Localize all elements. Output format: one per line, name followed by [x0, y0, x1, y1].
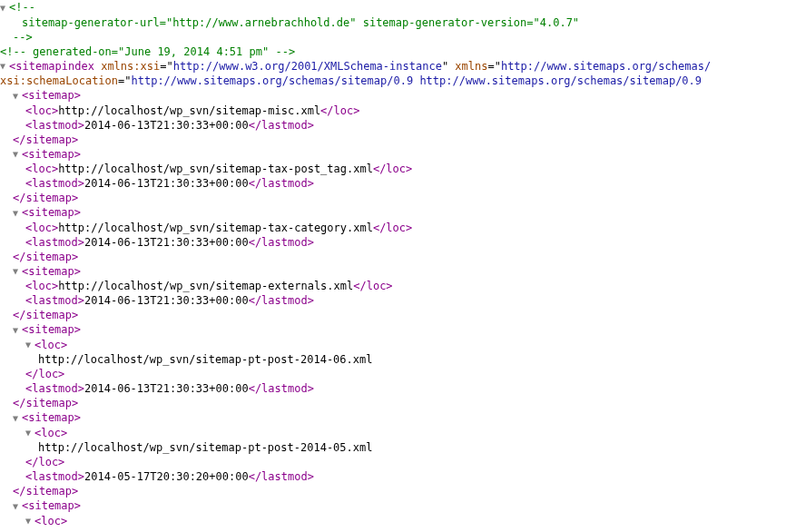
lastmod-element: <lastmod>2014-06-13T21:30:33+00:00</last… [0, 293, 786, 308]
attr-value: http://www.sitemaps.org/schemas/sitemap/… [132, 74, 702, 87]
toggle-icon[interactable]: ▼ [13, 411, 22, 426]
loc-open: ▼<loc> [0, 514, 786, 529]
lastmod-element: <lastmod>2014-06-13T21:30:33+00:00</last… [0, 118, 786, 133]
lastmod-value: 2014-06-13T21:30:33+00:00 [84, 119, 249, 132]
xml-root-open: ▼<sitemapindex xmlns:xsi="http://www.w3.… [0, 59, 786, 74]
loc-value-line: http://localhost/wp_svn/sitemap-pt-post-… [0, 352, 786, 367]
attr-name: xmlns:xsi [101, 60, 160, 73]
loc-open: ▼<loc> [0, 426, 786, 441]
sitemap-open: ▼<sitemap> [0, 147, 786, 163]
sitemap-close: </sitemap> [0, 133, 786, 147]
sitemap-open: ▼<sitemap> [0, 322, 786, 338]
xml-comment-body: sitemap-generator-url="http://www.arnebr… [0, 15, 786, 30]
sitemap-open: ▼<sitemap> [0, 88, 786, 103]
loc-element: <loc>http://localhost/wp_svn/sitemap-mis… [0, 103, 786, 118]
comment-close: --> [13, 31, 33, 44]
lastmod-value: 2014-06-13T21:30:33+00:00 [84, 236, 249, 249]
attr-value: http://www.w3.org/2001/XMLSchema-instanc… [173, 60, 442, 73]
lastmod-value: 2014-06-13T21:30:33+00:00 [84, 294, 249, 307]
loc-element: <loc>http://localhost/wp_svn/sitemap-tax… [0, 221, 786, 235]
loc-value: http://localhost/wp_svn/sitemap-tax-cate… [58, 222, 373, 234]
comment-open: <!-- [9, 1, 35, 14]
attr-value: http://www.sitemaps.org/schemas/ [501, 60, 711, 73]
loc-element: <loc>http://localhost/wp_svn/sitemap-ext… [0, 279, 786, 293]
xml-comment-line: <!-- generated-on="June 19, 2014 4:51 pm… [0, 44, 786, 59]
toggle-icon[interactable]: ▼ [13, 499, 22, 514]
lastmod-value: 2014-06-13T21:30:33+00:00 [84, 177, 249, 190]
toggle-icon[interactable]: ▼ [13, 89, 22, 103]
loc-value-line: http://localhost/wp_svn/sitemap-pt-post-… [0, 440, 786, 455]
xml-comment-line: ▼<!-- [0, 0, 786, 15]
xml-root-open-wrap: xsi:schemaLocation="http://www.sitemaps.… [0, 74, 786, 88]
sitemap-close: </sitemap> [0, 308, 786, 322]
sitemap-close: </sitemap> [0, 191, 786, 205]
sitemap-close: </sitemap> [0, 396, 786, 410]
xml-comment-close-line: --> [0, 30, 786, 44]
toggle-icon[interactable]: ▼ [13, 264, 22, 279]
attr-name: xsi:schemaLocation [0, 74, 118, 87]
sitemap-close: </sitemap> [0, 250, 786, 264]
toggle-icon[interactable]: ▼ [0, 59, 9, 74]
sitemap-close: </sitemap> [0, 484, 786, 498]
lastmod-element: <lastmod>2014-06-13T21:30:33+00:00</last… [0, 381, 786, 396]
toggle-icon[interactable]: ▼ [13, 206, 22, 221]
toggle-icon[interactable]: ▼ [13, 323, 22, 338]
lastmod-value: 2014-05-17T20:30:20+00:00 [84, 470, 249, 483]
sitemap-open: ▼<sitemap> [0, 205, 786, 221]
sitemap-open: ▼<sitemap> [0, 498, 786, 514]
lastmod-element: <lastmod>2014-06-13T21:30:33+00:00</last… [0, 235, 786, 250]
toggle-icon[interactable]: ▼ [0, 1, 9, 15]
loc-value: http://localhost/wp_svn/sitemap-pt-post-… [38, 441, 372, 454]
attr-name: xmlns [455, 60, 487, 73]
loc-value: http://localhost/wp_svn/sitemap-pt-post-… [38, 353, 372, 366]
loc-close: </loc> [0, 367, 786, 381]
loc-close: </loc> [0, 455, 786, 469]
toggle-icon[interactable]: ▼ [25, 514, 34, 528]
loc-value: http://localhost/wp_svn/sitemap-external… [58, 280, 353, 292]
toggle-icon[interactable]: ▼ [25, 338, 34, 352]
loc-value: http://localhost/wp_svn/sitemap-misc.xml [58, 104, 320, 117]
loc-open: ▼<loc> [0, 338, 786, 353]
loc-value: http://localhost/wp_svn/sitemap-tax-post… [58, 163, 373, 175]
loc-element: <loc>http://localhost/wp_svn/sitemap-tax… [0, 162, 786, 176]
toggle-icon[interactable]: ▼ [13, 147, 22, 162]
sitemap-open: ▼<sitemap> [0, 410, 786, 426]
toggle-icon[interactable]: ▼ [25, 426, 34, 440]
sitemap-open: ▼<sitemap> [0, 264, 786, 280]
lastmod-element: <lastmod>2014-05-17T20:30:20+00:00</last… [0, 469, 786, 484]
xml-tree-viewer: ▼<!-- sitemap-generator-url="http://www.… [0, 0, 786, 528]
lastmod-element: <lastmod>2014-06-13T21:30:33+00:00</last… [0, 176, 786, 191]
lastmod-value: 2014-06-13T21:30:33+00:00 [84, 382, 249, 395]
